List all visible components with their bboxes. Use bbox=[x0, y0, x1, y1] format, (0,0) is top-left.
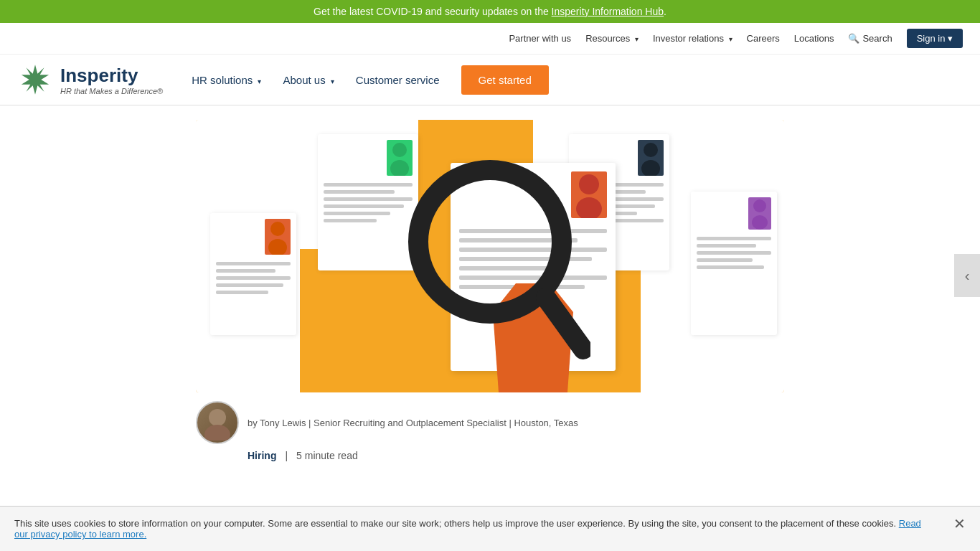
nav-hr-solutions[interactable]: HR solutions ▾ bbox=[192, 74, 261, 86]
magnifying-glass bbox=[404, 156, 590, 378]
announcement-bar: Get the latest COVID-19 and security upd… bbox=[0, 0, 980, 23]
announcement-text: Get the latest COVID-19 and security upd… bbox=[314, 6, 552, 17]
logo-text-area: Insperity HR that Makes a Difference® bbox=[60, 65, 163, 95]
resume-card-4 bbox=[691, 192, 777, 335]
svg-point-9 bbox=[644, 143, 658, 157]
secondary-nav-resources[interactable]: Resources ▾ bbox=[585, 33, 639, 44]
logo-name: Insperity bbox=[60, 65, 163, 87]
hero-area: by Tony Lewis | Senior Recruiting and Ou… bbox=[196, 120, 784, 461]
svg-point-11 bbox=[753, 199, 766, 212]
article-read-time: 5 minute read bbox=[296, 450, 358, 461]
sign-in-button[interactable]: Sign in ▾ bbox=[907, 29, 963, 48]
article-separator: | bbox=[285, 450, 288, 461]
primary-nav-links: HR solutions ▾ About us ▾ Customer servi… bbox=[192, 65, 549, 95]
hero-illustration bbox=[196, 120, 784, 392]
main-content: by Tony Lewis | Senior Recruiting and Ou… bbox=[0, 120, 980, 461]
sign-in-dropdown-icon: ▾ bbox=[948, 33, 953, 44]
avatar-1-icon bbox=[265, 219, 291, 255]
author-byline: by Tony Lewis | Senior Recruiting and Ou… bbox=[248, 418, 578, 428]
author-photo-icon bbox=[199, 405, 235, 441]
svg-point-1 bbox=[270, 222, 285, 236]
secondary-nav-partner[interactable]: Partner with us bbox=[509, 33, 571, 44]
announcement-suffix: . bbox=[664, 6, 666, 17]
search-icon: 🔍 bbox=[848, 33, 859, 44]
svg-point-2 bbox=[268, 239, 287, 255]
secondary-nav: Partner with us Resources ▾ Investor rel… bbox=[0, 23, 980, 55]
svg-point-14 bbox=[204, 425, 230, 441]
search-link[interactable]: 🔍 Search bbox=[848, 33, 892, 44]
logo-icon bbox=[17, 62, 53, 98]
svg-marker-0 bbox=[22, 65, 49, 95]
hr-solutions-dropdown-icon: ▾ bbox=[258, 77, 261, 85]
svg-point-3 bbox=[392, 143, 407, 157]
author-area: by Tony Lewis | Senior Recruiting and Ou… bbox=[196, 392, 784, 444]
right-nav-arrow[interactable]: ‹ bbox=[954, 254, 980, 297]
svg-line-8 bbox=[546, 298, 583, 349]
author-avatar bbox=[196, 401, 239, 444]
svg-point-13 bbox=[209, 409, 226, 426]
logo[interactable]: Insperity HR that Makes a Difference® bbox=[17, 62, 163, 98]
announcement-link[interactable]: Insperity Information Hub bbox=[552, 6, 664, 17]
logo-tagline: HR that Makes a Difference® bbox=[60, 87, 163, 95]
secondary-nav-investor[interactable]: Investor relations ▾ bbox=[653, 33, 732, 44]
resume-card-1 bbox=[210, 213, 296, 335]
article-category: Hiring bbox=[248, 450, 276, 461]
investor-dropdown-icon: ▾ bbox=[729, 35, 732, 43]
nav-customer-service[interactable]: Customer service bbox=[356, 74, 440, 86]
primary-nav: Insperity HR that Makes a Difference® HR… bbox=[0, 55, 980, 105]
avatar-4-icon bbox=[748, 197, 771, 230]
resume-card-2 bbox=[318, 134, 418, 270]
avatar-3-icon bbox=[638, 140, 664, 176]
get-started-button[interactable]: Get started bbox=[461, 65, 549, 95]
svg-point-10 bbox=[641, 160, 660, 176]
secondary-nav-locations[interactable]: Locations bbox=[794, 33, 834, 44]
chevron-left-icon: ‹ bbox=[965, 268, 970, 284]
nav-about-us[interactable]: About us ▾ bbox=[283, 74, 334, 86]
resources-dropdown-icon: ▾ bbox=[635, 35, 639, 43]
svg-point-12 bbox=[752, 215, 768, 230]
article-meta: Hiring | 5 minute read bbox=[196, 444, 784, 461]
secondary-nav-careers[interactable]: Careers bbox=[747, 33, 780, 44]
about-us-dropdown-icon: ▾ bbox=[331, 77, 334, 85]
